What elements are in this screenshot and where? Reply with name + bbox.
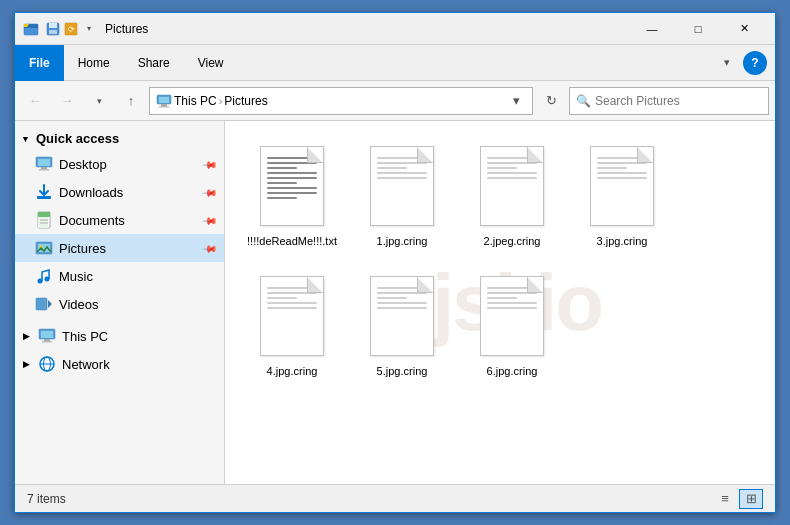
ribbon-expand-area: ▾ ? xyxy=(715,51,775,75)
sidebar-desktop-label: Desktop xyxy=(59,157,198,172)
file-name: 2.jpeg.cring xyxy=(484,234,541,248)
downloads-icon xyxy=(35,183,53,201)
computer-icon xyxy=(156,93,172,109)
sidebar-downloads-label: Downloads xyxy=(59,185,198,200)
ribbon-tab-view[interactable]: View xyxy=(184,45,238,81)
path-separator-1: › xyxy=(219,95,223,107)
file-icon xyxy=(366,142,438,230)
ribbon: File Home Share View ▾ ? xyxy=(15,45,775,81)
ribbon-tab-share[interactable]: Share xyxy=(124,45,184,81)
window-icon xyxy=(23,21,39,37)
file-icon xyxy=(476,142,548,230)
main-area: ▾ Quick access Desktop 📌 xyxy=(15,121,775,484)
list-view-btn[interactable]: ≡ xyxy=(713,489,737,509)
svg-rect-32 xyxy=(44,339,50,341)
refresh-button[interactable]: ↻ xyxy=(537,87,565,115)
pin-icon-desktop: 📌 xyxy=(202,156,218,172)
svg-rect-12 xyxy=(159,106,169,108)
minimize-button[interactable]: — xyxy=(629,13,675,45)
quick-save-btn[interactable] xyxy=(45,21,61,37)
sidebar-videos-label: Videos xyxy=(59,297,216,312)
sidebar-section-quickaccess: ▾ Quick access xyxy=(15,125,224,150)
ribbon-tab-home[interactable]: Home xyxy=(64,45,124,81)
pin-icon-downloads: 📌 xyxy=(202,184,218,200)
file-item[interactable]: 3.jpg.cring xyxy=(567,133,677,263)
path-pictures: Pictures xyxy=(224,94,267,108)
file-item[interactable]: 1.jpg.cring xyxy=(347,133,457,263)
quick-dropdown-btn[interactable]: ▾ xyxy=(81,21,97,37)
sidebar-item-thispc[interactable]: ▶ This PC xyxy=(15,322,224,350)
svg-rect-31 xyxy=(41,331,53,338)
ribbon-tab-file[interactable]: File xyxy=(15,45,64,81)
file-icon xyxy=(366,272,438,360)
file-item[interactable]: 5.jpg.cring xyxy=(347,263,457,393)
network-icon xyxy=(38,355,56,373)
svg-rect-10 xyxy=(159,97,169,103)
sidebar: ▾ Quick access Desktop 📌 xyxy=(15,121,225,484)
sidebar-item-downloads[interactable]: Downloads 📌 xyxy=(15,178,224,206)
quick-access-collapse-icon: ▾ xyxy=(23,134,28,144)
grid-view-btn[interactable]: ⊞ xyxy=(739,489,763,509)
svg-marker-29 xyxy=(48,300,52,308)
sidebar-quickaccess-label: Quick access xyxy=(36,131,119,146)
address-bar[interactable]: This PC › Pictures ▾ xyxy=(149,87,533,115)
search-icon: 🔍 xyxy=(576,94,591,108)
sidebar-thispc-label: This PC xyxy=(62,329,216,344)
sidebar-music-label: Music xyxy=(59,269,216,284)
network-collapse-icon: ▶ xyxy=(23,359,30,369)
svg-rect-6 xyxy=(49,30,57,34)
window-controls: — □ ✕ xyxy=(629,13,767,45)
sidebar-item-music[interactable]: Music xyxy=(15,262,224,290)
address-dropdown-btn[interactable]: ▾ xyxy=(506,91,526,111)
svg-rect-16 xyxy=(39,169,49,171)
svg-rect-11 xyxy=(161,104,167,106)
file-icon xyxy=(476,272,548,360)
item-count-label: 7 items xyxy=(27,492,713,506)
pin-icon-documents: 📌 xyxy=(202,212,218,228)
window-title: Pictures xyxy=(105,22,629,36)
svg-rect-28 xyxy=(36,298,47,310)
sidebar-item-videos[interactable]: Videos xyxy=(15,290,224,318)
back-button[interactable]: ← xyxy=(21,87,49,115)
main-window: ⟳ ▾ Pictures — □ ✕ File Home Share View … xyxy=(14,12,776,513)
sidebar-pictures-label: Pictures xyxy=(59,241,198,256)
ribbon-collapse-btn[interactable]: ▾ xyxy=(715,51,739,75)
view-toggle-buttons: ≡ ⊞ xyxy=(713,489,763,509)
pictures-icon xyxy=(35,239,53,257)
maximize-button[interactable]: □ xyxy=(675,13,721,45)
sidebar-item-documents[interactable]: Documents 📌 xyxy=(15,206,224,234)
search-input[interactable] xyxy=(595,94,762,108)
address-path: This PC › Pictures xyxy=(156,93,502,109)
search-bar[interactable]: 🔍 xyxy=(569,87,769,115)
svg-rect-5 xyxy=(49,23,57,28)
file-item[interactable]: !!!!deReadMe!!!.txt xyxy=(237,133,347,263)
forward-button[interactable]: → xyxy=(53,87,81,115)
quick-undo-btn[interactable]: ⟳ xyxy=(63,21,79,37)
sidebar-network-label: Network xyxy=(62,357,216,372)
status-bar: 7 items ≡ ⊞ xyxy=(15,484,775,512)
documents-icon xyxy=(35,211,53,229)
file-name: 5.jpg.cring xyxy=(377,364,428,378)
pin-icon-pictures: 📌 xyxy=(202,240,218,256)
sidebar-item-network[interactable]: ▶ Network xyxy=(15,350,224,378)
title-bar: ⟳ ▾ Pictures — □ ✕ xyxy=(15,13,775,45)
file-item[interactable]: 6.jpg.cring xyxy=(457,263,567,393)
file-item[interactable]: 4.jpg.cring xyxy=(237,263,347,393)
svg-rect-17 xyxy=(37,196,51,199)
file-icon xyxy=(586,142,658,230)
sidebar-documents-label: Documents xyxy=(59,213,198,228)
file-name: 6.jpg.cring xyxy=(487,364,538,378)
sidebar-item-pictures[interactable]: Pictures 📌 xyxy=(15,234,224,262)
thispc-collapse-icon: ▶ xyxy=(23,331,30,341)
close-button[interactable]: ✕ xyxy=(721,13,767,45)
svg-text:⟳: ⟳ xyxy=(68,25,75,34)
sidebar-item-desktop[interactable]: Desktop 📌 xyxy=(15,150,224,178)
file-icon xyxy=(256,272,328,360)
up-button[interactable]: ↑ xyxy=(117,87,145,115)
quick-access-toolbar: ⟳ ▾ xyxy=(45,21,97,37)
dropdown-nav-button[interactable]: ▾ xyxy=(85,87,113,115)
file-name: !!!!deReadMe!!!.txt xyxy=(247,234,337,248)
file-name: 4.jpg.cring xyxy=(267,364,318,378)
help-button[interactable]: ? xyxy=(743,51,767,75)
file-item[interactable]: 2.jpeg.cring xyxy=(457,133,567,263)
